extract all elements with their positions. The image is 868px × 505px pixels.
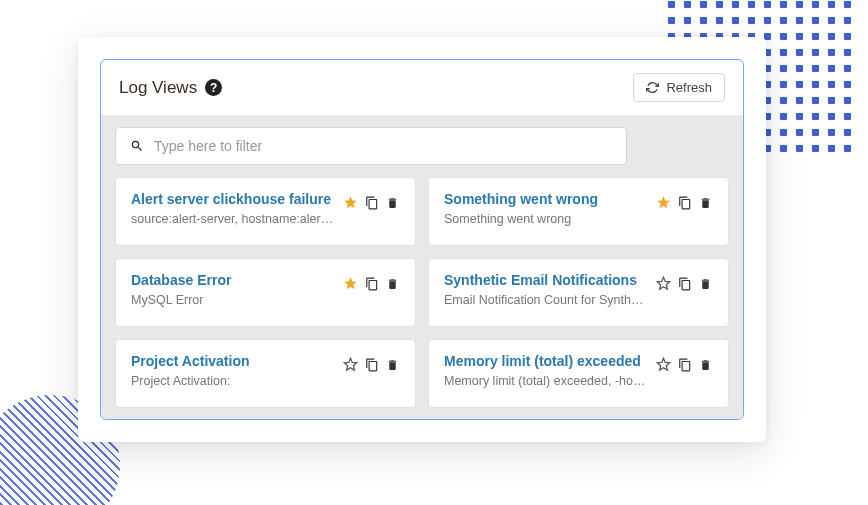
panel-header: Log Views ? Refresh (101, 60, 743, 115)
card-title: Something went wrong (444, 191, 648, 207)
refresh-label: Refresh (666, 80, 712, 95)
card-description: Project Activation: (131, 374, 335, 388)
log-view-card[interactable]: Project Activation Project Activation: (115, 339, 416, 408)
card-title: Synthetic Email Notifications (444, 272, 648, 288)
log-view-card[interactable]: Memory limit (total) exceeded Memory lim… (428, 339, 729, 408)
search-icon (130, 139, 144, 153)
star-icon[interactable] (343, 357, 358, 372)
card-title: Project Activation (131, 353, 335, 369)
filter-box[interactable] (115, 127, 627, 165)
copy-icon[interactable] (364, 276, 379, 291)
log-view-card[interactable]: Something went wrong Something went wron… (428, 177, 729, 246)
content-area: Alert server clickhouse failure source:a… (101, 115, 743, 420)
star-icon[interactable] (656, 357, 671, 372)
card-description: source:alert-server, hostname:aler… (131, 212, 335, 226)
copy-icon[interactable] (677, 195, 692, 210)
card-title: Alert server clickhouse failure (131, 191, 335, 207)
card-description: Something went wrong (444, 212, 648, 226)
card-description: Memory limit (total) exceeded, -ho… (444, 374, 648, 388)
copy-icon[interactable] (364, 195, 379, 210)
star-icon[interactable] (343, 276, 358, 291)
card-description: Email Notification Count for Synth… (444, 293, 648, 307)
log-view-card[interactable]: Database Error MySQL Error (115, 258, 416, 327)
trash-icon[interactable] (385, 276, 400, 291)
help-icon[interactable]: ? (205, 79, 222, 96)
star-icon[interactable] (656, 195, 671, 210)
trash-icon[interactable] (698, 276, 713, 291)
card-title: Memory limit (total) exceeded (444, 353, 648, 369)
copy-icon[interactable] (364, 357, 379, 372)
trash-icon[interactable] (385, 357, 400, 372)
star-icon[interactable] (656, 276, 671, 291)
card-description: MySQL Error (131, 293, 335, 307)
trash-icon[interactable] (698, 357, 713, 372)
log-view-card[interactable]: Synthetic Email Notifications Email Noti… (428, 258, 729, 327)
trash-icon[interactable] (385, 195, 400, 210)
log-views-grid: Alert server clickhouse failure source:a… (115, 177, 729, 408)
trash-icon[interactable] (698, 195, 713, 210)
star-icon[interactable] (343, 195, 358, 210)
filter-input[interactable] (154, 138, 612, 154)
inner-bordered-panel: Log Views ? Refresh (100, 59, 744, 420)
refresh-button[interactable]: Refresh (633, 73, 725, 102)
page-title: Log Views (119, 78, 197, 98)
log-view-card[interactable]: Alert server clickhouse failure source:a… (115, 177, 416, 246)
copy-icon[interactable] (677, 357, 692, 372)
card-title: Database Error (131, 272, 335, 288)
copy-icon[interactable] (677, 276, 692, 291)
refresh-icon (646, 81, 659, 94)
log-views-panel: Log Views ? Refresh (78, 37, 766, 442)
